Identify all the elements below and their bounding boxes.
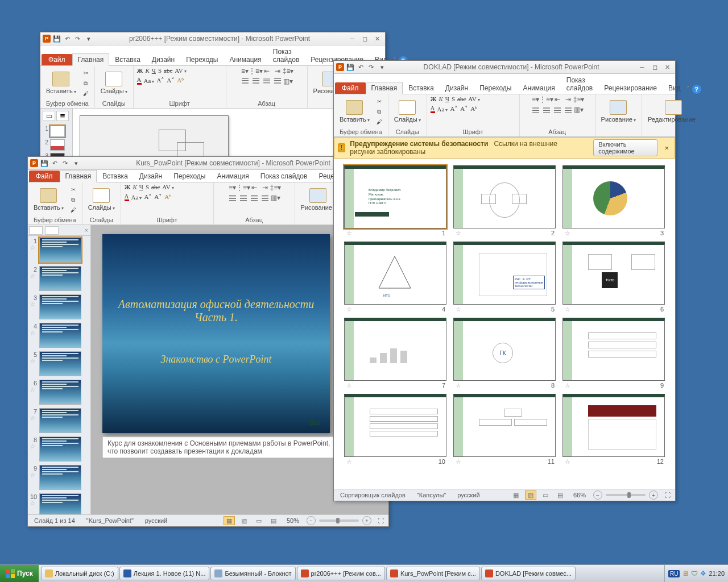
panel-tab-outline[interactable] bbox=[45, 226, 59, 235]
sorter-slide-2[interactable]: ☆2 bbox=[453, 165, 556, 237]
strike-button[interactable]: abc bbox=[151, 184, 160, 190]
status-language[interactable]: русский bbox=[453, 490, 483, 500]
spacing-button[interactable]: AV▾ bbox=[175, 67, 186, 74]
undo-icon[interactable]: ↶ bbox=[51, 159, 59, 167]
sorter-slide-4[interactable]: ИТО☆4 bbox=[344, 242, 446, 313]
strike-button[interactable]: abc bbox=[457, 95, 466, 102]
align-left-button[interactable] bbox=[241, 77, 250, 85]
zoom-in-button[interactable]: + bbox=[362, 516, 371, 525]
new-slide-button[interactable]: Слайды▾ bbox=[86, 187, 117, 213]
qat-more-icon[interactable]: ▾ bbox=[378, 63, 386, 71]
case-button[interactable]: Aa▾ bbox=[144, 77, 155, 84]
cut-icon[interactable]: ✂ bbox=[374, 97, 384, 106]
drawing-button[interactable]: Рисование▾ bbox=[299, 187, 338, 213]
slide-sorter[interactable]: Владимир ПетровичМатюхов,преподаватель в… bbox=[334, 159, 675, 489]
sorter-slide-6[interactable]: ✦ито☆6 bbox=[562, 242, 665, 313]
warning-close-icon[interactable]: × bbox=[662, 144, 671, 152]
justify-button[interactable] bbox=[260, 194, 270, 202]
redo-icon[interactable]: ↷ bbox=[61, 159, 69, 167]
thumb-9[interactable]: 9☆ bbox=[28, 463, 90, 492]
format-painter-icon[interactable]: 🖌 bbox=[374, 118, 384, 127]
tab-insert[interactable]: Вставка bbox=[109, 53, 146, 65]
line-spacing-button[interactable]: ‡≡▾ bbox=[574, 95, 584, 103]
font-color-button[interactable]: A bbox=[125, 193, 129, 201]
titlebar[interactable]: P 💾 ↶ ↷ ▾ pr2006+++ [Режим совместимости… bbox=[40, 32, 385, 45]
thumb-3[interactable]: 3☆ bbox=[28, 293, 90, 321]
slide-preview[interactable] bbox=[80, 115, 229, 157]
enable-content-button[interactable]: Включить содержимое bbox=[593, 139, 657, 156]
sorter-slide-3[interactable]: ☆3 bbox=[562, 165, 665, 237]
file-tab[interactable]: Файл bbox=[29, 171, 60, 182]
task-button[interactable]: Локальный диск (C:) bbox=[41, 567, 118, 580]
zoom-out-button[interactable]: − bbox=[307, 516, 316, 525]
ribbon-minimize-icon[interactable]: ˄ bbox=[686, 85, 690, 93]
sorter-slide-9[interactable]: ☆9 bbox=[562, 318, 665, 389]
slide-link[interactable]: Нач bbox=[309, 418, 320, 425]
qat-more-icon[interactable]: ▾ bbox=[85, 35, 93, 43]
align-center-button[interactable] bbox=[251, 77, 260, 85]
align-center-button[interactable] bbox=[542, 106, 551, 114]
slide-panel[interactable]: ▭ ≣ 1 2 3 bbox=[40, 109, 73, 157]
thumb-2[interactable]: 2☆ bbox=[28, 264, 90, 293]
view-sorter-button[interactable]: ▧ bbox=[525, 490, 536, 500]
justify-button[interactable] bbox=[273, 77, 282, 85]
case-button[interactable]: Aa▾ bbox=[437, 106, 448, 113]
sorter-slide-11[interactable]: ☆11 bbox=[453, 394, 556, 465]
current-slide[interactable]: Автоматизация офисной деятельностиЧасть … bbox=[102, 234, 330, 433]
tab-transitions[interactable]: Переходы bbox=[180, 53, 224, 65]
cut-icon[interactable]: ✂ bbox=[81, 69, 91, 78]
numbering-button[interactable]: ⋮≡▾ bbox=[239, 184, 248, 192]
start-button[interactable]: Пуск bbox=[0, 565, 39, 582]
view-slideshow-button[interactable]: ▤ bbox=[268, 516, 279, 525]
tab-insert[interactable]: Вставка bbox=[97, 170, 134, 182]
language-indicator[interactable]: RU bbox=[668, 570, 680, 577]
shrink-font-button[interactable]: A˅ bbox=[154, 193, 162, 201]
slide-panel[interactable]: × 1☆2☆3☆4☆5☆6☆7☆8☆9☆10☆ bbox=[28, 225, 91, 514]
sorter-slide-7[interactable]: ☆7 bbox=[344, 318, 446, 389]
save-icon[interactable]: 💾 bbox=[346, 63, 354, 71]
panel-close-icon[interactable]: × bbox=[85, 227, 88, 234]
line-spacing-button[interactable]: ‡≡▾ bbox=[284, 67, 293, 75]
qat-more-icon[interactable]: ▾ bbox=[72, 159, 80, 167]
grow-font-button[interactable]: A˄ bbox=[156, 77, 164, 84]
case-button[interactable]: Aa▾ bbox=[131, 194, 142, 201]
zoom-value[interactable]: 66% bbox=[569, 490, 590, 500]
view-sorter-button[interactable]: ▧ bbox=[238, 516, 250, 525]
justify-button[interactable] bbox=[564, 106, 573, 114]
zoom-value[interactable]: 50% bbox=[283, 516, 303, 525]
minimize-button[interactable]: ─ bbox=[636, 63, 648, 72]
numbering-button[interactable]: ⋮≡▾ bbox=[251, 67, 260, 75]
redo-icon[interactable]: ↷ bbox=[367, 63, 375, 71]
align-right-button[interactable] bbox=[262, 77, 271, 85]
strike-button[interactable]: abc bbox=[164, 67, 172, 74]
tab-slideshow[interactable]: Показ слайдов bbox=[267, 45, 305, 65]
shape-placeholder[interactable] bbox=[177, 142, 204, 157]
tab-animation[interactable]: Анимация bbox=[224, 53, 267, 65]
clock[interactable]: 21:20 bbox=[709, 570, 725, 577]
tab-home[interactable]: Главная bbox=[366, 82, 403, 94]
shadow-button[interactable]: S bbox=[146, 184, 149, 190]
view-reading-button[interactable]: ▭ bbox=[540, 490, 551, 500]
cut-icon[interactable]: ✂ bbox=[68, 185, 78, 194]
tab-view[interactable]: Вид bbox=[663, 82, 686, 94]
maximize-button[interactable]: ◻ bbox=[359, 34, 370, 43]
file-tab[interactable]: Файл bbox=[42, 54, 72, 65]
drawing-button[interactable]: Рисование▾ bbox=[599, 99, 638, 124]
format-painter-icon[interactable]: 🖌 bbox=[81, 89, 91, 98]
sorter-slide-12[interactable]: ☆12 bbox=[562, 394, 665, 465]
italic-button[interactable]: К bbox=[133, 184, 136, 190]
view-slideshow-button[interactable]: ▤ bbox=[555, 490, 566, 500]
thumb-4[interactable]: 4☆ bbox=[28, 321, 90, 350]
task-button[interactable]: Kurs_PowPoint [Режим с... bbox=[386, 567, 480, 580]
tab-transitions[interactable]: Переходы bbox=[474, 82, 517, 94]
indent-inc-button[interactable]: ⇥ bbox=[564, 95, 573, 103]
indent-dec-button[interactable]: ⇤ bbox=[250, 184, 259, 192]
thumb-7[interactable]: 7☆ bbox=[28, 406, 90, 435]
tab-home[interactable]: Главная bbox=[60, 170, 97, 182]
thumb-5[interactable]: 5☆ bbox=[28, 350, 90, 378]
task-button[interactable]: Безымянный - Блокнот bbox=[210, 567, 295, 580]
tab-review[interactable]: Рецензирование bbox=[598, 82, 663, 94]
bold-button[interactable]: Ж bbox=[431, 95, 437, 102]
tray-icon[interactable]: 🖥 bbox=[682, 569, 689, 577]
grow-font-button[interactable]: A˄ bbox=[450, 105, 458, 113]
